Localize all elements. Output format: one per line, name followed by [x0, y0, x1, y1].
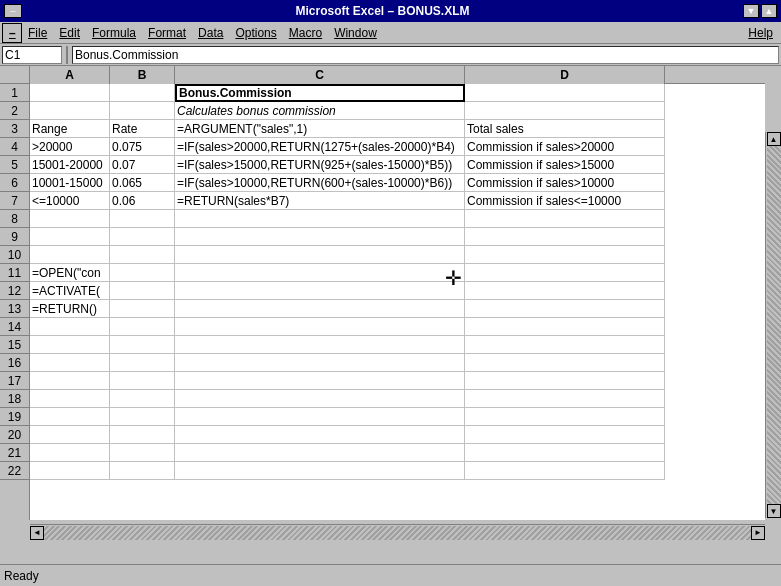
cell-16-D[interactable]: [465, 354, 665, 372]
cell-16-C[interactable]: [175, 354, 465, 372]
cell-19-C[interactable]: [175, 408, 465, 426]
cell-4-A[interactable]: >20000: [30, 138, 110, 156]
menu-format[interactable]: Format: [142, 24, 192, 42]
cell-3-C[interactable]: =ARGUMENT("sales",1): [175, 120, 465, 138]
cell-21-C[interactable]: [175, 444, 465, 462]
cell-7-B[interactable]: 0.06: [110, 192, 175, 210]
cell-20-A[interactable]: [30, 426, 110, 444]
cell-6-C[interactable]: =IF(sales>10000,RETURN(600+(sales-10000)…: [175, 174, 465, 192]
cell-13-A[interactable]: =RETURN(): [30, 300, 110, 318]
row-header-11[interactable]: 11: [0, 264, 29, 282]
cell-10-B[interactable]: [110, 246, 175, 264]
cell-8-D[interactable]: [465, 210, 665, 228]
col-header-a[interactable]: A: [30, 66, 110, 84]
row-header-10[interactable]: 10: [0, 246, 29, 264]
row-header-20[interactable]: 20: [0, 426, 29, 444]
menu-edit[interactable]: Edit: [53, 24, 86, 42]
cell-6-A[interactable]: 10001-15000: [30, 174, 110, 192]
cell-1-D[interactable]: [465, 84, 665, 102]
horizontal-scrollbar[interactable]: ◄ ►: [30, 524, 765, 540]
cell-17-C[interactable]: [175, 372, 465, 390]
cell-1-B[interactable]: [110, 84, 175, 102]
cell-15-C[interactable]: [175, 336, 465, 354]
cell-20-B[interactable]: [110, 426, 175, 444]
col-header-c[interactable]: C: [175, 66, 465, 84]
cell-11-C[interactable]: [175, 264, 465, 282]
row-header-19[interactable]: 19: [0, 408, 29, 426]
cell-5-D[interactable]: Commission if sales>15000: [465, 156, 665, 174]
cell-8-C[interactable]: [175, 210, 465, 228]
cell-1-A[interactable]: [30, 84, 110, 102]
cell-4-C[interactable]: =IF(sales>20000,RETURN(1275+(sales-20000…: [175, 138, 465, 156]
cell-22-A[interactable]: [30, 462, 110, 480]
scroll-track-horizontal[interactable]: [44, 526, 751, 540]
menu-formula[interactable]: Formula: [86, 24, 142, 42]
cell-21-B[interactable]: [110, 444, 175, 462]
cell-22-C[interactable]: [175, 462, 465, 480]
cell-10-C[interactable]: [175, 246, 465, 264]
cell-11-B[interactable]: [110, 264, 175, 282]
cell-18-B[interactable]: [110, 390, 175, 408]
row-header-17[interactable]: 17: [0, 372, 29, 390]
cell-21-A[interactable]: [30, 444, 110, 462]
scroll-down-button[interactable]: ▼: [767, 504, 781, 518]
row-header-2[interactable]: 2: [0, 102, 29, 120]
cell-5-A[interactable]: 15001-20000: [30, 156, 110, 174]
row-header-21[interactable]: 21: [0, 444, 29, 462]
row-header-18[interactable]: 18: [0, 390, 29, 408]
scroll-right-button[interactable]: ►: [751, 526, 765, 540]
scroll-up-button[interactable]: ▲: [767, 132, 781, 146]
cell-14-C[interactable]: [175, 318, 465, 336]
sys-menu-item[interactable]: –: [2, 23, 22, 43]
cell-7-D[interactable]: Commission if sales<=10000: [465, 192, 665, 210]
cell-2-D[interactable]: [465, 102, 665, 120]
formula-content[interactable]: Bonus.Commission: [72, 46, 779, 64]
cell-12-B[interactable]: [110, 282, 175, 300]
cell-19-A[interactable]: [30, 408, 110, 426]
row-header-14[interactable]: 14: [0, 318, 29, 336]
cell-13-D[interactable]: [465, 300, 665, 318]
row-header-4[interactable]: 4: [0, 138, 29, 156]
cell-13-B[interactable]: [110, 300, 175, 318]
row-header-15[interactable]: 15: [0, 336, 29, 354]
menu-file[interactable]: File: [22, 24, 53, 42]
row-header-1[interactable]: 1: [0, 84, 29, 102]
cell-20-D[interactable]: [465, 426, 665, 444]
row-header-12[interactable]: 12: [0, 282, 29, 300]
row-header-8[interactable]: 8: [0, 210, 29, 228]
cell-16-A[interactable]: [30, 354, 110, 372]
cell-15-D[interactable]: [465, 336, 665, 354]
cell-19-B[interactable]: [110, 408, 175, 426]
menu-data[interactable]: Data: [192, 24, 229, 42]
cell-8-A[interactable]: [30, 210, 110, 228]
cell-12-A[interactable]: =ACTIVATE(: [30, 282, 110, 300]
cell-18-D[interactable]: [465, 390, 665, 408]
row-header-22[interactable]: 22: [0, 462, 29, 480]
row-header-7[interactable]: 7: [0, 192, 29, 210]
menu-help[interactable]: Help: [742, 24, 779, 42]
cell-9-A[interactable]: [30, 228, 110, 246]
maximize-button[interactable]: ▲: [761, 4, 777, 18]
cell-4-B[interactable]: 0.075: [110, 138, 175, 156]
cell-10-D[interactable]: [465, 246, 665, 264]
scroll-left-button[interactable]: ◄: [30, 526, 44, 540]
cell-18-C[interactable]: [175, 390, 465, 408]
cell-10-A[interactable]: [30, 246, 110, 264]
cell-1-C[interactable]: Bonus.Commission: [175, 84, 465, 102]
menu-options[interactable]: Options: [229, 24, 282, 42]
cell-15-B[interactable]: [110, 336, 175, 354]
cell-17-D[interactable]: [465, 372, 665, 390]
cell-17-A[interactable]: [30, 372, 110, 390]
cell-6-D[interactable]: Commission if sales>10000: [465, 174, 665, 192]
cell-12-D[interactable]: [465, 282, 665, 300]
cell-2-B[interactable]: [110, 102, 175, 120]
row-header-13[interactable]: 13: [0, 300, 29, 318]
cell-14-B[interactable]: [110, 318, 175, 336]
menu-macro[interactable]: Macro: [283, 24, 328, 42]
vertical-scrollbar[interactable]: ▲ ▼: [765, 132, 781, 518]
col-header-b[interactable]: B: [110, 66, 175, 84]
cell-20-C[interactable]: [175, 426, 465, 444]
cell-16-B[interactable]: [110, 354, 175, 372]
row-header-5[interactable]: 5: [0, 156, 29, 174]
row-header-6[interactable]: 6: [0, 174, 29, 192]
